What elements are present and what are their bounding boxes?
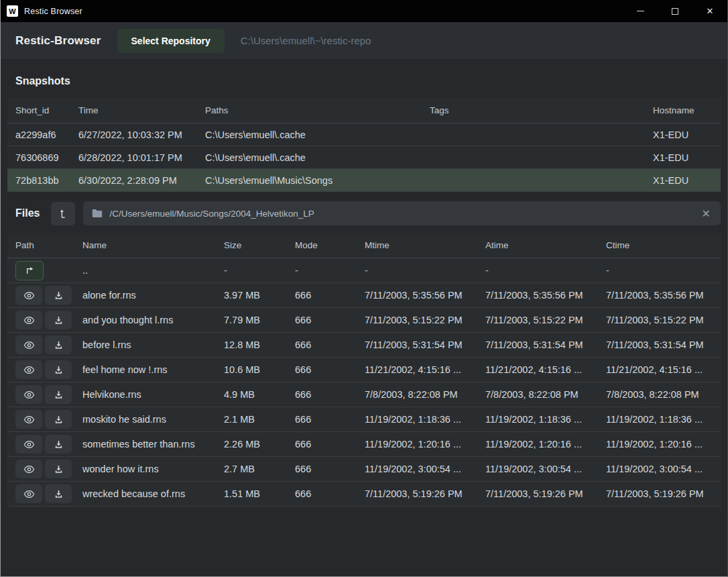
snapshot-hostname: X1-EDU [645, 152, 721, 163]
view-file-button[interactable] [15, 410, 42, 429]
file-atime: 7/11/2003, 5:31:54 PM [477, 339, 598, 350]
files-section-title: Files [7, 207, 40, 219]
window-title: Restic Browser [24, 7, 82, 16]
file-atime: 11/19/2002, 1:20:16 ... [477, 439, 598, 450]
column-header-size[interactable]: Size [216, 240, 287, 250]
snapshot-time: 6/27/2022, 10:03:32 PM [70, 129, 197, 140]
file-mode: 666 [287, 414, 357, 425]
file-atime: 7/11/2003, 5:15:22 PM [477, 315, 598, 325]
column-header-ctime[interactable]: Ctime [598, 240, 721, 250]
file-row[interactable]: before l.rns12.8 MB6667/11/2003, 5:31:54… [7, 333, 721, 358]
view-file-button[interactable] [15, 435, 42, 454]
files-toolbar: Files /C/Users/emuell/Music/Songs/2004_H… [7, 201, 721, 226]
download-file-button[interactable] [45, 335, 72, 354]
view-file-button[interactable] [15, 335, 42, 354]
column-header-atime[interactable]: Atime [477, 240, 598, 250]
snapshot-row[interactable]: 763068696/28/2022, 10:01:17 PMC:\Users\e… [7, 146, 721, 169]
view-file-button[interactable] [15, 360, 42, 379]
file-row-actions [7, 335, 74, 354]
file-name: alone for.rns [74, 290, 216, 301]
eye-icon [23, 340, 35, 350]
download-file-button[interactable] [45, 360, 72, 379]
file-name: sometimes better than.rns [74, 439, 216, 450]
file-name: wonder how it.rns [74, 464, 216, 474]
app-window: W Restic Browser ✕ Restic-Browser Select… [0, 0, 728, 577]
file-mtime: 11/21/2002, 4:15:16 ... [357, 364, 477, 375]
file-mtime: 7/11/2003, 5:35:56 PM [357, 290, 477, 301]
eye-icon [23, 439, 35, 450]
download-file-button[interactable] [45, 435, 72, 454]
column-header-path[interactable]: Path [7, 240, 74, 250]
current-path-bar[interactable]: /C/Users/emuell/Music/Songs/2004_Helveti… [83, 201, 721, 225]
eye-icon [23, 489, 35, 499]
column-header-paths[interactable]: Paths [197, 105, 422, 115]
column-header-time[interactable]: Time [70, 105, 197, 115]
clear-icon: ✕ [702, 208, 711, 219]
file-row-actions [7, 410, 74, 429]
column-header-name[interactable]: Name [74, 240, 216, 250]
files-table: Path Name Size Mode Mtime Atime Ctime [7, 233, 721, 507]
close-button[interactable]: ✕ [692, 0, 727, 22]
file-mtime: 7/11/2003, 5:31:54 PM [357, 339, 477, 350]
app-title: Restic-Browser [15, 34, 101, 48]
download-file-button[interactable] [45, 286, 72, 305]
file-ctime: 11/19/2002, 3:00:54 ... [598, 464, 721, 474]
snapshot-paths: C:\Users\emuell\.cache [197, 152, 422, 163]
view-file-button[interactable] [15, 484, 42, 503]
column-header-mode[interactable]: Mode [287, 240, 357, 250]
file-row-actions [7, 311, 74, 329]
view-file-button[interactable] [15, 385, 42, 404]
file-mode: 666 [287, 488, 357, 499]
file-row[interactable]: alone for.rns3.97 MB6667/11/2003, 5:35:5… [7, 283, 721, 308]
snapshot-hostname: X1-EDU [645, 129, 721, 140]
file-row[interactable]: sometimes better than.rns2.26 MB66611/19… [7, 432, 721, 457]
snapshot-row[interactable]: 72b813bb6/30/2022, 2:28:09 PMC:\Users\em… [7, 169, 721, 192]
file-size: 2.7 MB [216, 464, 287, 474]
download-file-button[interactable] [45, 410, 72, 429]
current-path-text: /C/Users/emuell/Music/Songs/2004_Helveti… [109, 209, 314, 219]
file-row[interactable]: wonder how it.rns2.7 MB66611/19/2002, 3:… [7, 457, 721, 482]
minimize-button[interactable] [623, 0, 658, 22]
file-atime: 7/8/2003, 8:22:08 PM [477, 389, 598, 400]
go-up-directory-button[interactable] [15, 261, 44, 280]
download-file-button[interactable] [45, 460, 72, 478]
file-atime: 7/11/2003, 5:19:26 PM [477, 488, 598, 499]
download-file-button[interactable] [45, 311, 72, 329]
column-header-hostname[interactable]: Hostname [645, 105, 721, 115]
download-icon [54, 291, 64, 301]
file-row[interactable]: and you thought l.rns7.79 MB6667/11/2003… [7, 308, 721, 333]
eye-icon [23, 464, 35, 474]
parent-directory-row[interactable]: .. - - - - - [7, 258, 721, 283]
file-row[interactable]: feel home now !.rns10.6 MB66611/21/2002,… [7, 358, 721, 382]
file-name: moskito he said.rns [74, 414, 216, 425]
file-ctime: 11/19/2002, 1:18:36 ... [598, 414, 721, 425]
column-header-mtime[interactable]: Mtime [357, 240, 477, 250]
download-file-button[interactable] [45, 484, 72, 503]
download-file-button[interactable] [45, 385, 72, 404]
navigate-root-button[interactable] [51, 202, 75, 225]
eye-icon [23, 315, 35, 325]
file-size: 7.79 MB [216, 315, 287, 325]
view-file-button[interactable] [15, 286, 42, 305]
file-mode: 666 [287, 339, 357, 350]
column-header-short-id[interactable]: Short_id [7, 105, 70, 115]
maximize-button[interactable] [658, 0, 692, 22]
select-repository-button[interactable]: Select Repository [117, 29, 225, 53]
parent-row-mtime: - [357, 265, 477, 276]
clear-path-button[interactable]: ✕ [701, 207, 712, 220]
file-mtime: 7/11/2003, 5:15:22 PM [357, 315, 477, 325]
file-mtime: 7/8/2003, 8:22:08 PM [357, 389, 477, 400]
snapshot-time: 6/30/2022, 2:28:09 PM [70, 175, 197, 186]
column-header-tags[interactable]: Tags [422, 105, 645, 115]
maximize-icon [672, 8, 678, 15]
snapshot-paths: C:\Users\emuell\Music\Songs [197, 175, 422, 186]
file-row[interactable]: moskito he said.rns2.1 MB66611/19/2002, … [7, 407, 721, 432]
view-file-button[interactable] [15, 460, 42, 478]
file-row[interactable]: Helvikone.rns4.9 MB6667/8/2003, 8:22:08 … [7, 382, 721, 407]
file-row-actions [7, 360, 74, 379]
view-file-button[interactable] [15, 311, 42, 329]
file-row[interactable]: wrecked because of.rns1.51 MB6667/11/200… [7, 482, 721, 507]
download-icon [54, 439, 64, 450]
file-row-actions [7, 286, 74, 305]
snapshot-row[interactable]: a2299af66/27/2022, 10:03:32 PMC:\Users\e… [7, 123, 721, 146]
